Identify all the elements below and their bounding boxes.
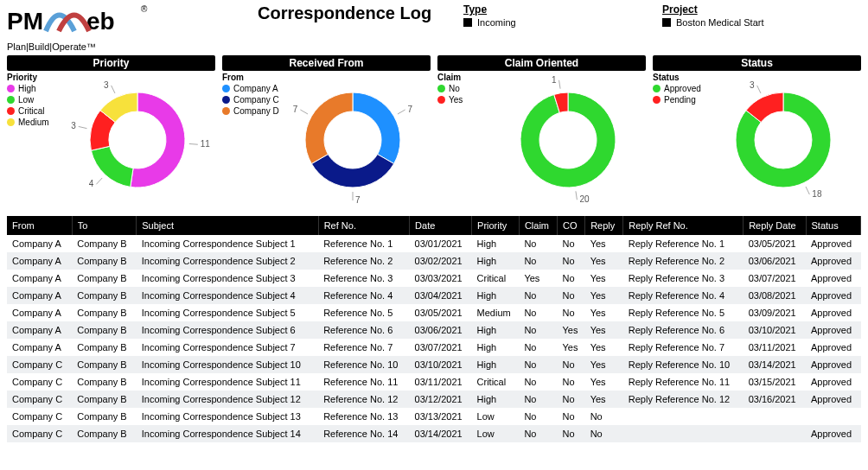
cell: 03/07/2021	[744, 270, 806, 287]
col-header[interactable]: Ref No.	[318, 216, 409, 235]
filter-project: Project Boston Medical Start	[662, 3, 861, 28]
cell: High	[472, 252, 520, 270]
cell: 03/13/2021	[410, 408, 472, 425]
legend-item[interactable]: Company C	[222, 95, 283, 105]
logo-area: PM eb ® Plan|Build|Operate™	[7, 3, 206, 52]
svg-text:7: 7	[292, 105, 297, 114]
cell: Reply Reference No. 4	[623, 287, 744, 304]
table-body: Company ACompany BIncoming Correspondenc…	[7, 235, 861, 442]
col-header[interactable]: Priority	[472, 216, 520, 235]
cell: Company A	[7, 252, 72, 270]
svg-text:7: 7	[355, 195, 361, 205]
table-row[interactable]: Company CCompany BIncoming Correspondenc…	[7, 425, 861, 442]
col-header[interactable]: Reply Date	[744, 216, 806, 235]
donut-priority[interactable]: 11433	[67, 71, 215, 209]
cell: Company A	[7, 304, 72, 321]
col-header[interactable]: Reply Ref No.	[623, 216, 744, 235]
col-header[interactable]: Reply	[585, 216, 623, 235]
filter-type: Type Incoming	[463, 3, 662, 28]
svg-line-17	[575, 191, 576, 200]
cell: Low	[472, 425, 520, 442]
filter-project-value[interactable]: Boston Medical Start	[662, 17, 861, 28]
cell: Reference No. 13	[318, 408, 409, 425]
cell: 03/01/2021	[410, 235, 472, 252]
cell: 03/10/2021	[744, 321, 806, 339]
legend-title: From	[222, 73, 283, 82]
cell: Reply Reference No. 1	[623, 235, 744, 252]
col-header[interactable]: Status	[806, 216, 860, 235]
table-head: FromToSubjectRef No.DatePriorityClaimCOR…	[7, 216, 861, 235]
chart-priority-legend: Priority HighLowCriticalMedium	[7, 71, 67, 209]
cell	[744, 425, 806, 442]
donut-status[interactable]: 183	[713, 71, 861, 209]
chart-priority-header: Priority	[7, 55, 215, 71]
cell: 03/04/2021	[410, 287, 472, 304]
filter-project-text: Boston Medical Start	[676, 17, 764, 28]
cell: No	[519, 252, 557, 270]
cell: Yes	[585, 356, 623, 373]
legend-item[interactable]: Low	[7, 95, 67, 105]
cell: Incoming Correspondence Subject 3	[137, 270, 318, 287]
cell: No	[519, 356, 557, 373]
cell: Company B	[72, 391, 137, 408]
col-header[interactable]: Date	[410, 216, 472, 235]
cell: 03/11/2021	[744, 339, 806, 356]
legend-item[interactable]: Company D	[222, 106, 283, 116]
legend-item[interactable]: Medium	[7, 118, 67, 127]
table-row[interactable]: Company ACompany BIncoming Correspondenc…	[7, 339, 861, 356]
cell	[744, 408, 806, 425]
table-row[interactable]: Company ACompany BIncoming Correspondenc…	[7, 235, 861, 252]
legend-title: Status	[653, 73, 713, 82]
legend-item[interactable]: Critical	[7, 106, 67, 116]
cell: Company B	[72, 270, 137, 287]
svg-line-15	[300, 110, 308, 114]
donut-svg: 183	[714, 71, 861, 209]
donut-received[interactable]: 777	[283, 71, 431, 209]
cell: Company C	[7, 373, 72, 391]
cell: Reference No. 12	[318, 391, 409, 408]
legend-item[interactable]: Company A	[222, 84, 283, 93]
table-row[interactable]: Company CCompany BIncoming Correspondenc…	[7, 408, 861, 425]
legend-label: Company A	[233, 84, 278, 93]
cell: Reference No. 6	[318, 321, 409, 339]
table-row[interactable]: Company ACompany BIncoming Correspondenc…	[7, 287, 861, 304]
cell: Approved	[806, 287, 860, 304]
legend-item[interactable]: Yes	[437, 95, 498, 105]
col-header[interactable]: From	[7, 216, 72, 235]
chart-priority: Priority Priority HighLowCriticalMedium …	[7, 55, 215, 209]
col-header[interactable]: Claim	[519, 216, 557, 235]
table-row[interactable]: Company CCompany BIncoming Correspondenc…	[7, 356, 861, 373]
cell: No	[558, 373, 585, 391]
table-row[interactable]: Company ACompany BIncoming Correspondenc…	[7, 270, 861, 287]
cell: Approved	[806, 270, 860, 287]
filter-type-value[interactable]: Incoming	[463, 17, 662, 28]
svg-line-3	[188, 143, 197, 144]
legend-item[interactable]: High	[7, 84, 67, 93]
svg-text:3: 3	[750, 80, 755, 90]
table-row[interactable]: Company CCompany BIncoming Correspondenc…	[7, 373, 861, 391]
cell: Yes	[585, 321, 623, 339]
legend-item[interactable]: No	[437, 84, 498, 93]
col-header[interactable]: Subject	[137, 216, 318, 235]
col-header[interactable]: To	[72, 216, 137, 235]
table-row[interactable]: Company ACompany BIncoming Correspondenc…	[7, 321, 861, 339]
table-row[interactable]: Company CCompany BIncoming Correspondenc…	[7, 391, 861, 408]
cell: No	[519, 373, 557, 391]
filter-type-text: Incoming	[477, 17, 516, 28]
cell: No	[558, 270, 585, 287]
donut-claim[interactable]: 201	[498, 71, 646, 209]
cell: No	[558, 304, 585, 321]
cell: Incoming Correspondence Subject 12	[137, 391, 318, 408]
legend-item[interactable]: Approved	[653, 84, 713, 93]
cell: No	[519, 408, 557, 425]
color-swatch-icon	[7, 118, 15, 126]
cell: Company A	[7, 321, 72, 339]
cell: Company A	[7, 287, 72, 304]
table-row[interactable]: Company ACompany BIncoming Correspondenc…	[7, 304, 861, 321]
cell: 03/10/2021	[410, 356, 472, 373]
filter-type-label: Type	[463, 3, 662, 16]
col-header[interactable]: CO	[558, 216, 585, 235]
chart-received-header: Received From	[222, 55, 431, 71]
table-row[interactable]: Company ACompany BIncoming Correspondenc…	[7, 252, 861, 270]
legend-item[interactable]: Pending	[653, 95, 713, 105]
